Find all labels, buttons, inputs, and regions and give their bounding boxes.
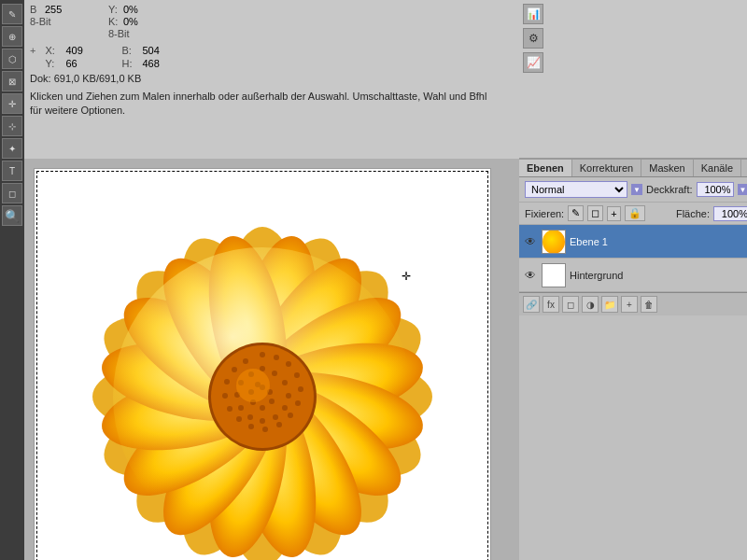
layer-visibility-ebene1[interactable]: 👁 — [523, 234, 538, 249]
tool-brush[interactable]: ✎ — [2, 4, 22, 24]
h-value: 468 — [142, 58, 170, 69]
fix-lock-btn[interactable]: 🔒 — [625, 205, 645, 221]
opacity-label: Deckkraft: — [646, 184, 693, 195]
tool-healing[interactable]: ⊹ — [2, 116, 22, 136]
layers-bottom-toolbar: 🔗 fx ◻ ◑ 📁 + 🗑 — [519, 292, 747, 315]
fix-all-btn[interactable]: + — [607, 206, 620, 221]
svg-point-58 — [247, 414, 253, 420]
svg-point-38 — [294, 372, 300, 378]
svg-point-46 — [227, 406, 233, 412]
settings-icon[interactable]: ⚙ — [523, 28, 543, 49]
y-label: Y: — [108, 4, 120, 15]
info-left: B 255 8-Bit Y: 0% K: 0% — [24, 0, 519, 159]
tool-zoom[interactable]: 🔍 — [2, 205, 22, 226]
b2-label: B: — [121, 45, 133, 56]
fix-row: Fixieren: ✎ ◻ + 🔒 Fläche: ▼ — [519, 203, 747, 225]
b2-value: 504 — [142, 45, 170, 56]
tab-pfade[interactable]: Pfade — [741, 160, 747, 176]
k-value: 0% — [123, 16, 151, 27]
fix-position-btn[interactable]: ✎ — [568, 205, 584, 221]
layers-panel: Ebenen Korrekturen Masken Kanäle Pfade ≡… — [519, 159, 747, 560]
tab-korrekturen[interactable]: Korrekturen — [572, 160, 641, 176]
tab-masken[interactable]: Masken — [641, 160, 694, 176]
svg-point-43 — [262, 427, 268, 432]
right-top: 📊 ⚙ 📈 — [519, 0, 747, 159]
layer-style-btn[interactable]: fx — [543, 296, 559, 313]
link-layers-btn[interactable]: 🔗 — [523, 296, 540, 313]
k-label: K: — [108, 16, 120, 27]
tab-ebenen[interactable]: Ebenen — [519, 160, 572, 176]
doc-info: Dok: 691,0 KB/691,0 KB — [30, 73, 514, 84]
tool-shape[interactable]: ◻ — [2, 183, 22, 203]
flaeche-input[interactable] — [713, 206, 747, 221]
tool-lasso[interactable]: ⊠ — [2, 71, 22, 91]
svg-point-45 — [236, 416, 242, 422]
top-panel: B 255 8-Bit Y: 0% K: 0% — [24, 0, 519, 159]
svg-point-70 — [236, 369, 270, 402]
fix-transparency-btn[interactable]: ◻ — [587, 205, 603, 221]
hint-text: Klicken und Ziehen zum Malen innerhalb o… — [30, 90, 497, 119]
flaeche-label: Fläche: — [676, 208, 710, 219]
layer-row-ebene1[interactable]: 👁 Ebene 1 — [519, 225, 747, 259]
svg-point-48 — [224, 379, 230, 385]
yk-info-block: Y: 0% K: 0% 8-Bit — [108, 4, 151, 39]
opacity-dropdown-arrow[interactable]: ▼ — [738, 184, 747, 195]
new-group-btn[interactable]: 📁 — [601, 296, 618, 313]
flower-image — [57, 191, 468, 560]
svg-point-47 — [222, 393, 228, 399]
opacity-input[interactable] — [697, 182, 734, 197]
canvas[interactable]: ✛ — [34, 168, 491, 560]
svg-point-36 — [274, 355, 279, 360]
layer-name-hintergrund: Hintergrund — [570, 270, 747, 281]
layer-thumb-flower-icon — [543, 230, 565, 254]
layer-visibility-hintergrund[interactable]: 👁 — [523, 268, 538, 283]
bit-label2: 8-Bit — [108, 28, 130, 39]
add-mask-btn[interactable]: ◻ — [562, 296, 579, 313]
tool-text[interactable]: T — [2, 161, 22, 181]
blend-dropdown-arrow[interactable]: ▼ — [631, 184, 642, 195]
tool-move[interactable]: ⊕ — [2, 26, 22, 47]
color-info: B 255 8-Bit Y: 0% K: 0% — [30, 4, 514, 39]
b-value: 255 — [45, 4, 73, 15]
layer-row-hintergrund[interactable]: 👁 Hintergrund 🔒 — [519, 259, 747, 292]
svg-point-65 — [269, 399, 275, 404]
new-adjustment-btn[interactable]: ◑ — [582, 296, 599, 313]
layer-thumb-ebene1 — [542, 230, 566, 254]
blend-mode-row: Normal ▼ Deckkraft: ▼ — [519, 177, 747, 203]
layer-thumb-white-icon — [543, 263, 565, 287]
x-label: X: — [45, 45, 56, 56]
x-value: 409 — [65, 45, 93, 56]
svg-point-53 — [282, 380, 288, 385]
tab-kanaele[interactable]: Kanäle — [694, 160, 741, 176]
layer-name-ebene1: Ebene 1 — [570, 236, 747, 247]
y-value: 0% — [123, 4, 151, 15]
coord-row: + X: 409 B: 504 — [30, 45, 514, 56]
h-label: H: — [121, 58, 133, 69]
canvas-wrapper[interactable]: ✛ — [24, 159, 519, 560]
svg-point-52 — [272, 371, 277, 376]
b-label: B — [30, 4, 41, 15]
y2-value: 66 — [65, 58, 93, 69]
svg-point-44 — [248, 424, 254, 429]
svg-point-35 — [260, 352, 265, 357]
histogram-icon[interactable]: 📊 — [523, 4, 543, 24]
b-info-block: B 255 8-Bit — [30, 4, 73, 39]
svg-point-42 — [276, 422, 282, 427]
right-panel: 📊 ⚙ 📈 Ebenen Korrekturen Masken Kanäle P… — [519, 0, 747, 560]
svg-point-57 — [260, 418, 265, 424]
svg-point-56 — [273, 414, 278, 420]
svg-point-41 — [288, 413, 293, 418]
layer-thumb-hintergrund — [542, 263, 566, 287]
tool-select[interactable]: ⬡ — [2, 49, 22, 69]
svg-point-40 — [295, 400, 301, 406]
tool-clone[interactable]: ✦ — [2, 138, 22, 159]
blend-mode-select[interactable]: Normal — [525, 181, 627, 198]
delete-layer-btn[interactable]: 🗑 — [641, 296, 657, 313]
tool-crop[interactable]: ✛ — [2, 93, 22, 114]
bit-label1: 8-Bit — [30, 16, 51, 27]
right-icon-row1: 📊 — [523, 4, 747, 24]
main-area: B 255 8-Bit Y: 0% K: 0% — [24, 0, 519, 560]
graph-icon[interactable]: 📈 — [523, 52, 543, 73]
svg-point-59 — [238, 405, 244, 411]
new-layer-btn[interactable]: + — [621, 296, 638, 313]
